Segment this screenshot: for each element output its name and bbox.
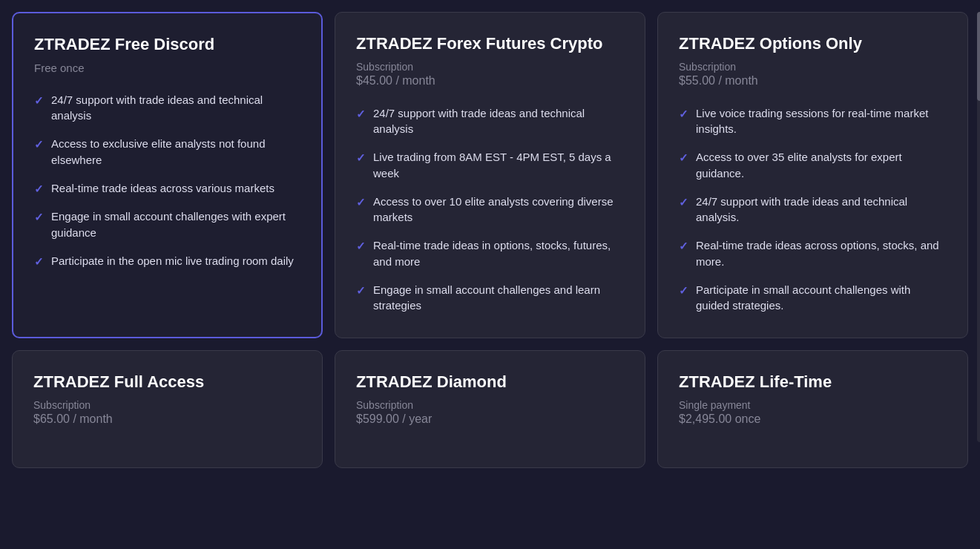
card-free-discord-features: ✓ 24/7 support with trade ideas and tech… xyxy=(34,92,300,270)
feature-text: Real-time trade ideas across options, st… xyxy=(696,237,947,270)
card-options-only: ZTRADEZ Options Only Subscription $55.00… xyxy=(657,12,968,338)
checkmark-icon: ✓ xyxy=(679,150,688,166)
feature-text: Access to over 35 elite analysts for exp… xyxy=(696,149,947,182)
list-item: ✓ Real-time trade ideas across options, … xyxy=(679,237,947,270)
checkmark-icon: ✓ xyxy=(679,106,688,122)
card-lifetime: ZTRADEZ Life-Time Single payment $2,495.… xyxy=(657,350,968,468)
card-full-access-price: $65.00 / month xyxy=(33,412,301,426)
list-item: ✓ 24/7 support with trade ideas and tech… xyxy=(679,194,947,226)
card-diamond-price-label: Subscription xyxy=(356,399,624,411)
feature-text: Participate in small account challenges … xyxy=(696,282,947,315)
checkmark-icon: ✓ xyxy=(356,194,366,211)
feature-text: Real-time trade ideas across various mar… xyxy=(51,180,274,197)
card-full-access: ZTRADEZ Full Access Subscription $65.00 … xyxy=(12,350,323,468)
list-item: ✓ Access to exclusive elite analysts not… xyxy=(34,136,300,168)
feature-text: 24/7 support with trade ideas and techni… xyxy=(51,92,300,125)
feature-text: Live voice trading sessions for real-tim… xyxy=(696,105,947,138)
checkmark-icon: ✓ xyxy=(679,194,688,211)
list-item: ✓ Engage in small account challenges and… xyxy=(356,282,624,315)
checkmark-icon: ✓ xyxy=(34,93,44,109)
bottom-cards-grid: ZTRADEZ Full Access Subscription $65.00 … xyxy=(12,350,968,468)
list-item: ✓ Real-time trade ideas in options, stoc… xyxy=(356,237,624,270)
feature-text: Engage in small account challenges with … xyxy=(51,208,300,241)
checkmark-icon: ✓ xyxy=(34,209,44,226)
list-item: ✓ Real-time trade ideas across various m… xyxy=(34,180,300,197)
card-full-access-price-label: Subscription xyxy=(33,399,301,411)
card-diamond-price: $599.00 / year xyxy=(356,412,624,426)
checkmark-icon: ✓ xyxy=(356,283,366,299)
scrollbar-thumb[interactable] xyxy=(977,12,980,101)
checkmark-icon: ✓ xyxy=(679,283,688,299)
list-item: ✓ Participate in small account challenge… xyxy=(679,282,947,315)
card-lifetime-title: ZTRADEZ Life-Time xyxy=(679,372,947,393)
page-wrapper: ZTRADEZ Free Discord Free once ✓ 24/7 su… xyxy=(12,12,968,468)
card-options-price: $55.00 / month xyxy=(679,74,947,88)
card-forex-title: ZTRADEZ Forex Futures Crypto xyxy=(356,33,624,55)
card-options-price-label: Subscription xyxy=(679,61,947,73)
card-diamond-title: ZTRADEZ Diamond xyxy=(356,372,624,393)
list-item: ✓ Live trading from 8AM EST - 4PM EST, 5… xyxy=(356,149,624,182)
checkmark-icon: ✓ xyxy=(34,181,44,197)
list-item: ✓ Live voice trading sessions for real-t… xyxy=(679,105,947,138)
feature-text: Real-time trade ideas in options, stocks… xyxy=(373,237,624,270)
feature-text: Access to exclusive elite analysts not f… xyxy=(51,136,300,168)
list-item: ✓ Access to over 35 elite analysts for e… xyxy=(679,149,947,182)
checkmark-icon: ✓ xyxy=(34,254,44,270)
card-free-discord-title: ZTRADEZ Free Discord xyxy=(34,34,300,56)
feature-text: 24/7 support with trade ideas and techni… xyxy=(373,105,624,138)
card-options-features: ✓ Live voice trading sessions for real-t… xyxy=(679,105,947,315)
card-diamond: ZTRADEZ Diamond Subscription $599.00 / y… xyxy=(335,350,645,468)
card-options-title: ZTRADEZ Options Only xyxy=(679,33,947,55)
card-forex-price-label: Subscription xyxy=(356,61,624,73)
card-forex-price: $45.00 / month xyxy=(356,74,624,88)
checkmark-icon: ✓ xyxy=(356,150,366,166)
list-item: ✓ 24/7 support with trade ideas and tech… xyxy=(356,105,624,138)
feature-text: Participate in the open mic live trading… xyxy=(51,253,294,269)
bottom-grid: ZTRADEZ Full Access Subscription $65.00 … xyxy=(12,350,968,468)
feature-text: Access to over 10 elite analysts coverin… xyxy=(373,194,624,226)
feature-text: Live trading from 8AM EST - 4PM EST, 5 d… xyxy=(373,149,624,182)
scrollbar-track[interactable] xyxy=(977,12,980,442)
list-item: ✓ Access to over 10 elite analysts cover… xyxy=(356,194,624,226)
card-full-access-title: ZTRADEZ Full Access xyxy=(33,372,301,393)
feature-text: 24/7 support with trade ideas and techni… xyxy=(696,194,947,226)
top-cards-grid: ZTRADEZ Free Discord Free once ✓ 24/7 su… xyxy=(12,12,968,338)
card-free-discord: ZTRADEZ Free Discord Free once ✓ 24/7 su… xyxy=(12,12,323,338)
card-lifetime-price: $2,495.00 once xyxy=(679,412,947,426)
card-free-discord-price: Free once xyxy=(34,62,300,74)
checkmark-icon: ✓ xyxy=(356,238,366,254)
list-item: ✓ Engage in small account challenges wit… xyxy=(34,208,300,241)
list-item: ✓ 24/7 support with trade ideas and tech… xyxy=(34,92,300,125)
checkmark-icon: ✓ xyxy=(679,238,688,254)
list-item: ✓ Participate in the open mic live tradi… xyxy=(34,253,300,270)
card-forex-futures-crypto: ZTRADEZ Forex Futures Crypto Subscriptio… xyxy=(335,12,645,338)
feature-text: Engage in small account challenges and l… xyxy=(373,282,624,315)
card-forex-features: ✓ 24/7 support with trade ideas and tech… xyxy=(356,105,624,315)
checkmark-icon: ✓ xyxy=(34,137,44,153)
card-lifetime-price-label: Single payment xyxy=(679,399,947,411)
checkmark-icon: ✓ xyxy=(356,106,366,122)
